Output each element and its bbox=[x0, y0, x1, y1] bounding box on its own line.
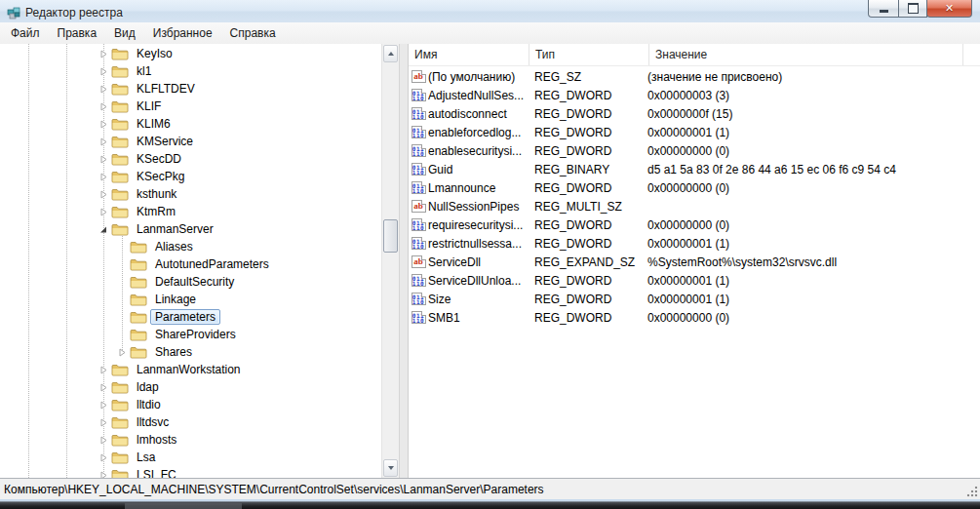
expand-arrow-icon[interactable] bbox=[116, 311, 128, 323]
registry-value-row[interactable]: 011110 autodisconnect REG_DWORD 0x000000… bbox=[409, 104, 980, 123]
tree-item[interactable]: Shares bbox=[0, 343, 382, 361]
scrollbar-thumb[interactable] bbox=[383, 219, 398, 253]
tree-item-label[interactable]: Linkage bbox=[150, 292, 201, 307]
tree-item-label[interactable]: Lsa bbox=[132, 450, 160, 465]
registry-value-row[interactable]: 011110 Lmannounce REG_DWORD 0x00000000 (… bbox=[409, 178, 980, 197]
tree-item-label[interactable]: KSecDD bbox=[132, 151, 186, 167]
expand-arrow-icon[interactable] bbox=[98, 434, 109, 446]
tree-item[interactable]: KLIM6 bbox=[0, 115, 382, 133]
tree-item-label[interactable]: LanmanWorkstation bbox=[132, 362, 246, 377]
registry-value-row[interactable]: ab ServiceDll REG_EXPAND_SZ %SystemRoot%… bbox=[409, 253, 980, 271]
registry-value-row[interactable]: 011110 Size REG_DWORD 0x00000001 (1) bbox=[409, 290, 980, 308]
registry-value-row[interactable]: 011110 enableforcedlog... REG_DWORD 0x00… bbox=[409, 123, 980, 141]
scroll-up-button[interactable] bbox=[383, 45, 398, 62]
tree-item-label[interactable]: KSecPkg bbox=[132, 169, 189, 184]
registry-value-row[interactable]: 011110 ServiceDllUnloa... REG_DWORD 0x00… bbox=[409, 271, 980, 290]
tree-item[interactable]: Linkage bbox=[0, 291, 382, 308]
expand-arrow-icon[interactable] bbox=[98, 399, 109, 411]
tree-item-label[interactable]: Aliases bbox=[150, 239, 198, 254]
registry-value-row[interactable]: ab NullSessionPipes REG_MULTI_SZ bbox=[409, 197, 980, 215]
expand-arrow-icon[interactable] bbox=[116, 346, 128, 358]
expand-arrow-icon[interactable] bbox=[98, 171, 109, 182]
registry-value-row[interactable]: 011110 enablesecuritysi... REG_DWORD 0x0… bbox=[409, 141, 980, 160]
tree-item[interactable]: LanmanWorkstation bbox=[0, 361, 382, 378]
window-titlebar[interactable]: Редактор реестра ✕ bbox=[0, 0, 980, 23]
tree-item[interactable]: KMService bbox=[0, 133, 382, 150]
registry-value-row[interactable]: ab (По умолчанию) REG_SZ (значение не пр… bbox=[409, 67, 980, 86]
tree-item-label[interactable]: ShareProviders bbox=[150, 327, 241, 342]
menu-item[interactable]: Файл bbox=[2, 23, 49, 43]
tree-item[interactable]: Aliases bbox=[0, 238, 382, 255]
scroll-down-button[interactable] bbox=[383, 459, 398, 477]
resize-grip-icon[interactable] bbox=[965, 485, 978, 497]
minimize-button[interactable] bbox=[868, 0, 899, 18]
tree-item-label[interactable]: ldap bbox=[132, 379, 164, 395]
column-header-name[interactable]: Имя bbox=[409, 44, 529, 65]
tree-item[interactable]: KtmRm bbox=[0, 203, 382, 220]
tree-item-label[interactable]: KLIF bbox=[132, 98, 166, 114]
expand-arrow-icon[interactable] bbox=[98, 416, 109, 428]
registry-value-row[interactable]: 011110 AdjustedNullSes... REG_DWORD 0x00… bbox=[409, 86, 980, 104]
expand-arrow-icon[interactable] bbox=[98, 136, 109, 147]
registry-value-row[interactable]: 011110 Guid REG_BINARY d5 a1 5a 83 0f 2e… bbox=[409, 160, 980, 178]
tree-item[interactable]: LSI_FC bbox=[0, 466, 382, 478]
tree-item[interactable]: KSecPkg bbox=[0, 168, 382, 185]
maximize-button[interactable] bbox=[898, 0, 927, 18]
expand-arrow-icon[interactable] bbox=[116, 276, 128, 288]
expand-arrow-icon[interactable] bbox=[116, 258, 128, 270]
tree-item[interactable]: Lsa bbox=[0, 449, 382, 466]
tree-item-label[interactable]: LSI_FC bbox=[132, 467, 181, 478]
expand-arrow-icon[interactable] bbox=[98, 451, 109, 463]
tree-item-label[interactable]: KeyIso bbox=[132, 46, 177, 61]
tree-item-label[interactable]: LanmanServer bbox=[132, 221, 218, 237]
tree-item[interactable]: kl1 bbox=[0, 62, 382, 80]
expand-arrow-icon[interactable] bbox=[98, 83, 109, 95]
expand-arrow-icon[interactable] bbox=[116, 241, 128, 253]
menu-item[interactable]: Правка bbox=[49, 23, 106, 43]
tree-item-label[interactable]: lmhosts bbox=[132, 432, 181, 448]
tree-item[interactable]: KLFLTDEV bbox=[0, 80, 382, 98]
tree-item[interactable]: ShareProviders bbox=[0, 326, 382, 343]
tree-item-label[interactable]: kl1 bbox=[132, 63, 156, 79]
tree-item-label[interactable]: Parameters bbox=[150, 309, 220, 325]
tree-scrollbar[interactable] bbox=[381, 44, 399, 478]
tree-item[interactable]: lltdsvc bbox=[0, 413, 382, 431]
menu-item[interactable]: Вид bbox=[105, 23, 144, 43]
column-header-type[interactable]: Тип bbox=[529, 44, 649, 65]
tree-item[interactable]: Parameters bbox=[0, 308, 382, 326]
tree-item[interactable]: KSecDD bbox=[0, 150, 382, 168]
menu-item[interactable]: Справка bbox=[221, 23, 285, 43]
column-header-value[interactable]: Значение bbox=[649, 44, 963, 65]
expand-arrow-icon[interactable] bbox=[98, 153, 109, 165]
panel-splitter[interactable] bbox=[399, 44, 409, 478]
expand-arrow-icon[interactable] bbox=[98, 381, 109, 393]
expand-arrow-icon[interactable] bbox=[98, 48, 109, 59]
expand-arrow-icon[interactable] bbox=[116, 294, 128, 305]
expand-arrow-icon[interactable] bbox=[98, 223, 109, 235]
tree-item-label[interactable]: KtmRm bbox=[132, 204, 180, 219]
tree-item[interactable]: KLIF bbox=[0, 98, 382, 115]
tree-item-label[interactable]: KLFLTDEV bbox=[132, 81, 200, 97]
tree-item[interactable]: LanmanServer bbox=[0, 220, 382, 238]
tree-item-label[interactable]: KMService bbox=[132, 134, 198, 149]
tree-item-label[interactable]: KLIM6 bbox=[132, 116, 176, 132]
tree-item-label[interactable]: ksthunk bbox=[132, 186, 181, 202]
tree-item-label[interactable]: AutotunedParameters bbox=[150, 256, 274, 272]
tree-item-label[interactable]: lltdio bbox=[132, 397, 166, 412]
expand-arrow-icon[interactable] bbox=[98, 364, 109, 375]
tree-item[interactable]: lmhosts bbox=[0, 431, 382, 449]
expand-arrow-icon[interactable] bbox=[98, 469, 109, 478]
tree-item[interactable]: ksthunk bbox=[0, 185, 382, 203]
expand-arrow-icon[interactable] bbox=[98, 206, 109, 217]
expand-arrow-icon[interactable] bbox=[98, 188, 109, 200]
close-button[interactable]: ✕ bbox=[926, 0, 972, 18]
tree-item[interactable]: DefaultSecurity bbox=[0, 273, 382, 291]
registry-value-row[interactable]: 011110 SMB1 REG_DWORD 0x00000000 (0) bbox=[409, 308, 980, 327]
tree-item-label[interactable]: Shares bbox=[150, 344, 197, 360]
tree-item[interactable]: lltdio bbox=[0, 396, 382, 413]
expand-arrow-icon[interactable] bbox=[98, 118, 109, 130]
menu-item[interactable]: Избранное bbox=[144, 23, 221, 43]
tree-item[interactable]: KeyIso bbox=[0, 45, 382, 62]
registry-value-row[interactable]: 011110 requiresecuritysi... REG_DWORD 0x… bbox=[409, 215, 980, 234]
registry-value-row[interactable]: 011110 restrictnullsessa... REG_DWORD 0x… bbox=[409, 234, 980, 253]
